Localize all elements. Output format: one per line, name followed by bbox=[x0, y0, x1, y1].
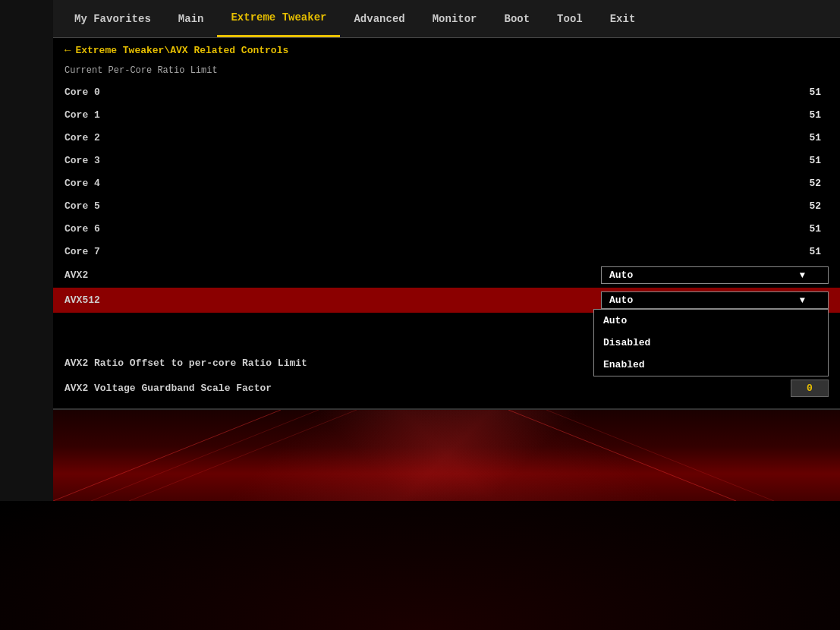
svg-line-3 bbox=[508, 410, 736, 501]
core-6-row[interactable]: Core 6 51 bbox=[53, 217, 840, 240]
core-5-label: Core 5 bbox=[64, 200, 809, 212]
nav-exit[interactable]: Exit bbox=[596, 0, 650, 37]
avx512-label: AVX512 bbox=[64, 295, 601, 306]
avx512-option-auto[interactable]: Auto bbox=[594, 310, 828, 332]
core-6-value: 51 bbox=[809, 223, 821, 235]
avx2-dropdown-arrow-icon: ▼ bbox=[800, 270, 805, 281]
svg-line-0 bbox=[53, 410, 281, 501]
nav-extreme-tweaker[interactable]: Extreme Tweaker bbox=[217, 0, 340, 37]
nav-my-favorites[interactable]: My Favorites bbox=[61, 0, 165, 37]
core-4-value: 52 bbox=[809, 178, 821, 189]
avx2-voltage-value[interactable]: 0 bbox=[791, 380, 829, 397]
core-6-label: Core 6 bbox=[64, 223, 809, 235]
core-3-label: Core 3 bbox=[64, 155, 809, 166]
nav-main[interactable]: Main bbox=[165, 0, 218, 37]
core-2-label: Core 2 bbox=[64, 132, 809, 143]
avx512-option-disabled[interactable]: Disabled bbox=[594, 332, 828, 354]
core-4-label: Core 4 bbox=[64, 178, 809, 189]
core-0-value: 51 bbox=[809, 87, 821, 98]
avx2-dropdown-value: Auto bbox=[609, 269, 633, 281]
core-0-label: Core 0 bbox=[64, 87, 809, 98]
core-1-value: 51 bbox=[809, 109, 821, 121]
svg-line-2 bbox=[129, 410, 357, 501]
back-arrow-icon[interactable]: ← bbox=[64, 44, 71, 56]
core-4-row[interactable]: Core 4 52 bbox=[53, 172, 840, 194]
avx512-dropdown[interactable]: Auto ▼ bbox=[601, 291, 829, 309]
nav-monitor[interactable]: Monitor bbox=[419, 0, 491, 37]
core-0-row[interactable]: Core 0 51 bbox=[53, 80, 840, 103]
core-7-label: Core 7 bbox=[64, 246, 809, 257]
avx512-dropdown-arrow-icon: ▼ bbox=[800, 295, 805, 306]
avx2-dropdown[interactable]: Auto ▼ bbox=[601, 266, 829, 284]
core-7-row[interactable]: Core 7 51 bbox=[53, 240, 840, 263]
keyboard-area bbox=[0, 501, 840, 630]
avx2-row[interactable]: AVX2 Auto ▼ bbox=[53, 263, 840, 288]
core-1-row[interactable]: Core 1 51 bbox=[53, 103, 840, 126]
nav-advanced[interactable]: Advanced bbox=[340, 0, 418, 37]
svg-line-4 bbox=[546, 410, 774, 501]
avx512-dropdown-value: Auto bbox=[609, 295, 633, 306]
core-3-row[interactable]: Core 3 51 bbox=[53, 149, 840, 172]
avx512-dropdown-list: Auto Disabled Enabled bbox=[593, 309, 829, 376]
core-3-value: 51 bbox=[809, 155, 821, 166]
core-5-value: 52 bbox=[809, 200, 821, 212]
nav-boot[interactable]: Boot bbox=[491, 0, 544, 37]
core-7-value: 51 bbox=[809, 246, 821, 257]
bottom-decor bbox=[53, 410, 840, 501]
breadcrumb[interactable]: ← Extreme Tweaker\AVX Related Controls bbox=[53, 38, 840, 62]
core-5-row[interactable]: Core 5 52 bbox=[53, 194, 840, 217]
avx512-dropdown-container[interactable]: Auto ▼ Auto Disabled Enabled bbox=[601, 291, 829, 309]
avx2-voltage-row[interactable]: AVX2 Voltage Guardband Scale Factor 0 bbox=[53, 376, 840, 401]
svg-line-1 bbox=[91, 410, 319, 501]
avx2-label: AVX2 bbox=[64, 269, 601, 281]
nav-tool[interactable]: Tool bbox=[543, 0, 596, 37]
nav-bar: My Favorites Main Extreme Tweaker Advanc… bbox=[53, 0, 840, 38]
avx2-voltage-label: AVX2 Voltage Guardband Scale Factor bbox=[64, 383, 791, 394]
core-2-value: 51 bbox=[809, 132, 821, 143]
breadcrumb-text: Extreme Tweaker\AVX Related Controls bbox=[75, 45, 288, 56]
core-1-label: Core 1 bbox=[64, 109, 809, 121]
core-2-row[interactable]: Core 2 51 bbox=[53, 126, 840, 149]
avx512-row[interactable]: AVX512 Auto ▼ Auto Disabled Enabled bbox=[53, 288, 840, 313]
avx512-option-enabled[interactable]: Enabled bbox=[594, 354, 828, 376]
section-label: Current Per-Core Ratio Limit bbox=[53, 62, 840, 80]
